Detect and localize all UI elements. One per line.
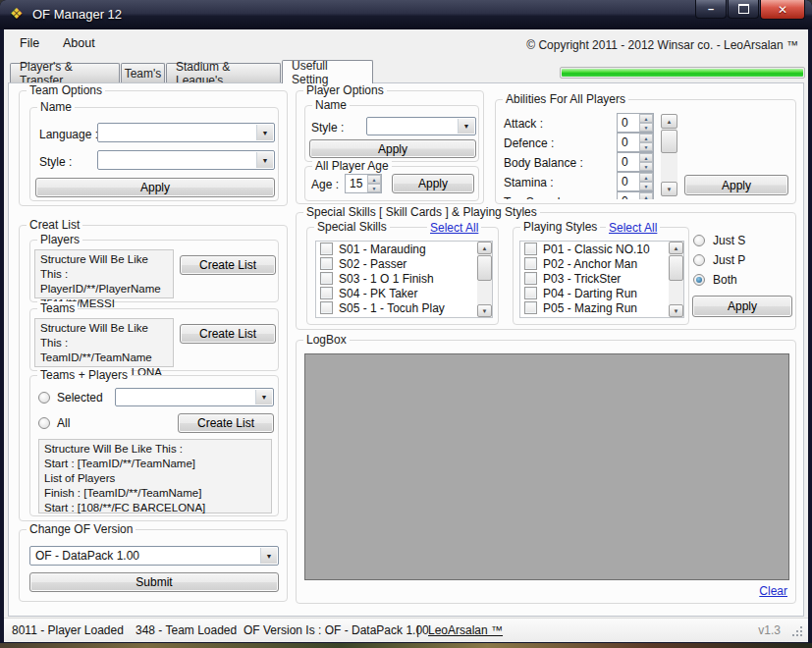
spin-up-icon[interactable]: ▲: [367, 175, 381, 184]
chevron-down-icon: ▼: [458, 119, 474, 134]
attack-stepper[interactable]: 0 ▲▼: [617, 113, 654, 133]
close-button[interactable]: ✕: [760, 0, 805, 20]
list-item[interactable]: P04 - Darting Run: [520, 286, 683, 300]
spin-down-icon[interactable]: ▼: [639, 162, 653, 171]
author-link[interactable]: LeoArsalan ™: [428, 623, 503, 637]
teams-create-list-button[interactable]: Create List: [180, 324, 276, 344]
list-item[interactable]: S03 - 1 O 1 Finish: [316, 271, 492, 286]
title-bar[interactable]: ❖ OF Manager 12 – ✕: [0, 0, 812, 29]
window-body: File About © Copyright 2011 - 2012 Winsa…: [4, 29, 808, 642]
teams-players-structure-text[interactable]: Structure Will Be Like This : Start : [T…: [38, 439, 272, 513]
spin-up-icon[interactable]: ▲: [639, 114, 653, 123]
minimize-button[interactable]: –: [695, 0, 727, 19]
list-item[interactable]: P02 - Anchor Man: [520, 256, 683, 271]
top-speed-label: Top Speed :: [504, 195, 567, 199]
clear-link[interactable]: Clear: [759, 584, 787, 598]
tab-players-transfer[interactable]: Player's & Transfer: [10, 63, 120, 82]
teams-structure-text[interactable]: Structure Will Be Like This : TeamID/**/…: [34, 318, 174, 367]
spin-down-icon[interactable]: ▼: [639, 142, 653, 151]
special-skills-scrollbar[interactable]: ▲ ▼: [477, 242, 492, 317]
abilities-scrollbar[interactable]: ▲ ▼: [661, 114, 677, 196]
checkbox-icon[interactable]: [320, 301, 333, 314]
maximize-button[interactable]: [728, 0, 759, 19]
player-name-apply-button[interactable]: Apply: [309, 139, 476, 158]
special-skills-list[interactable]: S01 - Marauding S02 - Passer S03 - 1 O 1…: [315, 241, 493, 318]
special-select-all-link[interactable]: Select All: [427, 221, 481, 235]
teams-players-create-list-button[interactable]: Create List: [178, 413, 274, 433]
body-balance-stepper[interactable]: 0 ▲▼: [617, 152, 654, 172]
team-style-select[interactable]: ▼: [97, 150, 275, 170]
scroll-down-icon[interactable]: ▼: [661, 182, 677, 196]
stamina-value: 0: [622, 175, 628, 189]
spin-up-icon[interactable]: ▲: [639, 153, 653, 162]
tab-usefull-setting[interactable]: Usefull Setting: [282, 60, 373, 83]
scrollbar-thumb[interactable]: [661, 130, 677, 153]
scroll-down-icon[interactable]: ▼: [477, 304, 492, 317]
checkbox-icon[interactable]: [320, 257, 333, 270]
list-item[interactable]: S02 - Passer: [316, 256, 492, 271]
creat-teams-title: Teams: [37, 301, 78, 315]
selected-team-select[interactable]: ▼: [115, 388, 274, 406]
spin-up-icon[interactable]: ▲: [639, 173, 653, 182]
checkbox-icon[interactable]: [524, 272, 537, 285]
special-skills-title: Special Skills: [314, 220, 390, 234]
menu-file[interactable]: File: [20, 36, 39, 50]
checkbox-icon[interactable]: [524, 257, 537, 270]
spin-down-icon[interactable]: ▼: [639, 182, 653, 190]
list-item[interactable]: S05 - 1 - Tocuh Play: [316, 300, 492, 315]
checkbox-icon[interactable]: [524, 287, 537, 299]
age-spin-buttons[interactable]: ▲ ▼: [367, 175, 381, 192]
spin-up-icon[interactable]: ▲: [639, 134, 653, 142]
scrollbar-thumb[interactable]: [477, 255, 492, 281]
playing-styles-list[interactable]: P01 - Classic NO.10 P02 - Anchor Man P03…: [519, 241, 684, 318]
tab-stadium-leagues[interactable]: Stadium & League's: [166, 63, 281, 82]
spin-down-icon[interactable]: ▼: [367, 184, 381, 192]
selected-radio[interactable]: [38, 392, 50, 404]
stamina-stepper[interactable]: 0 ▲▼: [617, 172, 654, 191]
checkbox-icon[interactable]: [524, 243, 537, 255]
just-p-radio[interactable]: [693, 254, 705, 266]
team-name-apply-button[interactable]: Apply: [35, 178, 275, 197]
list-item[interactable]: P05 - Mazing Run: [520, 300, 683, 315]
skills-apply-button[interactable]: Apply: [692, 296, 792, 317]
submit-button[interactable]: Submit: [29, 572, 279, 592]
just-s-radio[interactable]: [693, 235, 705, 246]
player-style-select[interactable]: ▼: [366, 117, 476, 135]
all-radio[interactable]: [38, 417, 50, 429]
checkbox-icon[interactable]: [524, 301, 537, 314]
scroll-up-icon[interactable]: ▲: [477, 242, 492, 254]
scroll-up-icon[interactable]: ▲: [661, 114, 677, 129]
list-item[interactable]: P01 - Classic NO.10: [520, 242, 683, 256]
players-structure-text[interactable]: Structure Will Be Like This : PlayerID/*…: [34, 249, 174, 298]
team-options-title: Team Options: [27, 83, 105, 97]
list-item[interactable]: P03 - TrickSter: [520, 271, 683, 286]
resize-grip-icon[interactable]: [792, 626, 804, 638]
app-icon: ❖: [10, 5, 23, 23]
all-label: All: [57, 416, 70, 430]
menu-about[interactable]: About: [63, 36, 95, 50]
playing-select-all-link[interactable]: Select All: [606, 221, 660, 235]
scroll-up-icon[interactable]: ▲: [669, 242, 683, 254]
age-stepper[interactable]: 15 ▲ ▼: [345, 174, 382, 193]
checkbox-icon[interactable]: [320, 272, 333, 285]
playing-styles-scrollbar[interactable]: ▲ ▼: [669, 242, 683, 317]
spin-up-icon[interactable]: ▲: [639, 192, 653, 199]
spin-down-icon[interactable]: ▼: [639, 123, 653, 132]
scrollbar-thumb[interactable]: [669, 255, 683, 281]
defence-stepper[interactable]: 0 ▲▼: [617, 133, 654, 152]
top-speed-stepper[interactable]: 0 ▲▼: [617, 191, 654, 199]
list-item[interactable]: S04 - PK Taker: [316, 286, 492, 300]
tab-teams[interactable]: Team's: [121, 63, 165, 82]
of-version-select[interactable]: OF - DataPack 1.00 ▼: [29, 546, 279, 566]
logbox-area[interactable]: [304, 353, 789, 580]
checkbox-icon[interactable]: [320, 243, 333, 255]
checkbox-icon[interactable]: [320, 287, 333, 299]
scroll-down-icon[interactable]: ▼: [669, 304, 683, 317]
team-language-select[interactable]: ▼: [97, 123, 275, 142]
abilities-apply-button[interactable]: Apply: [684, 175, 788, 195]
list-item[interactable]: S01 - Marauding: [316, 242, 492, 256]
abilities-rows: Attack : 0 ▲▼ Defence : 0 ▲▼ Body Balanc…: [501, 108, 658, 199]
both-radio[interactable]: [693, 274, 705, 286]
age-apply-button[interactable]: Apply: [392, 174, 474, 193]
players-create-list-button[interactable]: Create List: [180, 255, 276, 275]
